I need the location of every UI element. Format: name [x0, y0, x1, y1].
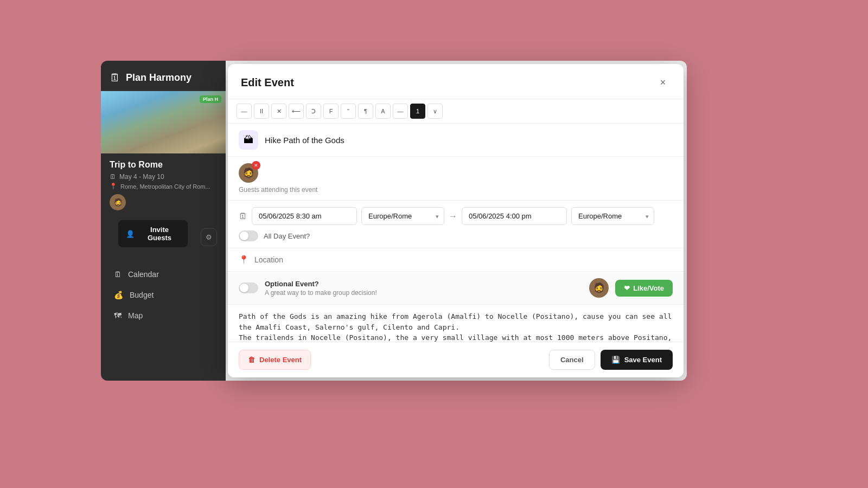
- modal-header: Edit Event ×: [228, 64, 684, 99]
- toolbar-btn-6[interactable]: F: [323, 104, 339, 119]
- trip-info: Trip to Rome 🗓 May 4 - May 10 📍 Rome, Me…: [101, 153, 226, 220]
- voter-avatar: 🧔: [589, 278, 609, 298]
- close-icon: ×: [660, 77, 666, 88]
- guests-label: Guests attending this event: [239, 186, 673, 194]
- calendar-icon: 🗓: [110, 173, 116, 181]
- description-row: Path of the Gods is an amazing hike from…: [228, 305, 684, 342]
- toolbar-btn-10[interactable]: —: [393, 104, 408, 119]
- modal-title: Edit Event: [241, 76, 294, 89]
- location-icon: 📍: [239, 255, 249, 265]
- sidebar-item-budget[interactable]: 💰 Budget: [105, 285, 221, 305]
- cancel-button[interactable]: Cancel: [549, 350, 595, 370]
- trip-dates: 🗓 May 4 - May 10: [110, 173, 217, 181]
- toolbar-btn-2[interactable]: II: [254, 104, 269, 119]
- footer-right-actions: Cancel 💾 Save Event: [549, 350, 673, 370]
- location-input[interactable]: [254, 255, 673, 264]
- optional-toggle[interactable]: [239, 282, 258, 293]
- save-event-button[interactable]: 💾 Save Event: [601, 350, 673, 370]
- trip-image: Plan H: [101, 91, 226, 153]
- toolbar-btn-8[interactable]: ¶: [358, 104, 373, 119]
- date-inputs-row: 🗓 Europe/Rome UTC America/New_York → Eur…: [239, 207, 673, 225]
- app-title: Plan Harmony: [126, 72, 192, 84]
- optional-event-row: Optional Event? A great way to to make g…: [228, 272, 684, 305]
- toolbar-btn-9[interactable]: A: [375, 104, 391, 119]
- like-vote-button[interactable]: ❤ Like/Vote: [615, 280, 673, 297]
- trash-icon: 🗑: [248, 356, 255, 364]
- trip-avatar: 🧔: [110, 194, 126, 210]
- invite-icon: 👤: [126, 230, 135, 238]
- event-type-icon: 🏔: [239, 130, 258, 150]
- toolbar: — II ✕ ⟵ Ↄ F " ¶ A — 1 ∨: [228, 99, 684, 124]
- sidebar-actions: 👤 Invite Guests ⚙: [101, 220, 226, 260]
- modal-footer: 🗑 Delete Event Cancel 💾 Save Event: [228, 342, 684, 377]
- map-nav-icon: 🗺: [114, 311, 122, 320]
- optional-event-title: Optional Event?: [265, 280, 583, 288]
- guest-chip: 🧔 ✕: [239, 163, 258, 183]
- modal-body: — II ✕ ⟵ Ↄ F " ¶ A — 1 ∨ 🏔 🧔: [228, 99, 684, 342]
- guests-row: 🧔 ✕ Guests attending this event: [228, 157, 684, 201]
- sidebar-nav: 🗓 Calendar 💰 Budget 🗺 Map: [101, 260, 226, 381]
- sidebar-item-calendar[interactable]: 🗓 Calendar: [105, 265, 221, 284]
- heart-icon: ❤: [624, 284, 630, 292]
- toolbar-btn-7[interactable]: ": [341, 104, 356, 119]
- guest-remove-button[interactable]: ✕: [252, 161, 260, 170]
- location-pin-icon: 📍: [110, 183, 117, 190]
- settings-button[interactable]: ⚙: [201, 228, 217, 246]
- start-date-input[interactable]: [252, 207, 357, 225]
- event-name-row: 🏔: [228, 124, 684, 157]
- toolbar-btn-1[interactable]: —: [237, 104, 252, 119]
- calendar-date-icon: 🗓: [239, 211, 247, 221]
- toolbar-btn-12[interactable]: ∨: [427, 104, 443, 119]
- location-row: 📍: [228, 248, 684, 272]
- all-day-toggle[interactable]: [239, 230, 258, 241]
- invite-guests-button[interactable]: 👤 Invite Guests: [118, 220, 188, 247]
- plan-badge: Plan H: [200, 95, 221, 103]
- logo-icon: 🗓: [110, 72, 120, 84]
- end-timezone-select[interactable]: Europe/Rome UTC America/New_York: [571, 207, 654, 225]
- event-name-input[interactable]: [265, 136, 673, 145]
- trip-location: 📍 Rome, Metropolitan City of Rom...: [110, 183, 217, 190]
- all-day-label: All Day Event?: [264, 232, 310, 240]
- delete-event-button[interactable]: 🗑 Delete Event: [239, 350, 311, 370]
- toolbar-btn-3[interactable]: ✕: [271, 104, 286, 119]
- end-tz-wrapper: Europe/Rome UTC America/New_York: [571, 207, 654, 225]
- close-modal-button[interactable]: ×: [655, 75, 671, 90]
- toolbar-btn-5[interactable]: Ↄ: [306, 104, 321, 119]
- optional-event-desc: A great way to to make group decision!: [265, 289, 583, 297]
- budget-nav-icon: 💰: [114, 291, 123, 299]
- start-timezone-select[interactable]: Europe/Rome UTC America/New_York: [361, 207, 444, 225]
- save-icon: 💾: [611, 356, 620, 364]
- all-day-row: All Day Event?: [239, 230, 673, 241]
- sidebar-header: 🗓 Plan Harmony: [101, 61, 226, 91]
- toolbar-btn-11[interactable]: 1: [410, 104, 425, 119]
- sidebar-item-map[interactable]: 🗺 Map: [105, 306, 221, 325]
- toolbar-btn-4[interactable]: ⟵: [289, 104, 304, 119]
- trip-name: Trip to Rome: [110, 160, 217, 170]
- description-textarea[interactable]: Path of the Gods is an amazing hike from…: [239, 311, 673, 342]
- calendar-nav-icon: 🗓: [114, 270, 122, 279]
- start-tz-wrapper: Europe/Rome UTC America/New_York: [361, 207, 444, 225]
- date-row: 🗓 Europe/Rome UTC America/New_York → Eur…: [228, 201, 684, 248]
- settings-icon: ⚙: [206, 233, 212, 241]
- optional-text: Optional Event? A great way to to make g…: [265, 280, 583, 297]
- arrow-icon: →: [449, 211, 457, 221]
- end-date-input[interactable]: [462, 207, 567, 225]
